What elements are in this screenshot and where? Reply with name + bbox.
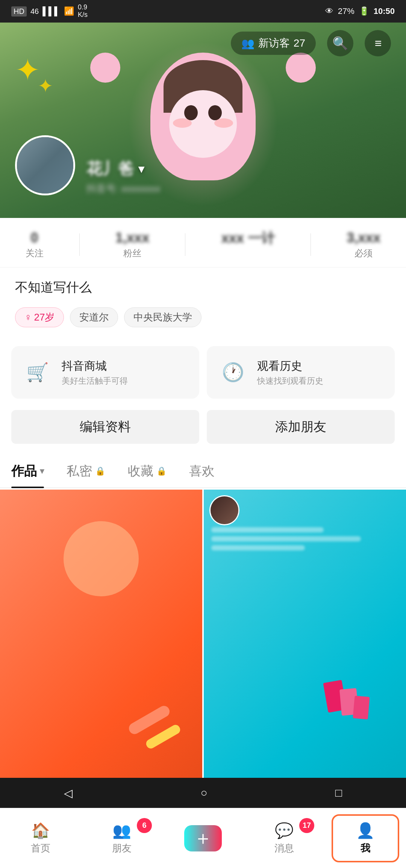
battery-icon: 🔋 [359, 6, 369, 16]
video-item-2[interactable]: ▶ 1+ [204, 490, 406, 804]
add-friend-label: 添加朋友 [275, 418, 326, 436]
school-label: 中央民族大学 [133, 312, 192, 323]
tab-likes-label: 喜欢 [189, 463, 215, 480]
add-friend-button[interactable]: 添加朋友 [207, 410, 395, 444]
signal-icon: ▌▌▌ [42, 6, 60, 16]
wifi-icon: 📶 [64, 6, 74, 16]
eye-icon: 👁 [325, 6, 333, 16]
shop-title: 抖音商城 [62, 358, 128, 374]
stat-followers-label: 粉丝 [123, 247, 141, 259]
plus-icon: ＋ [194, 826, 212, 851]
stat-divider-2 [185, 233, 185, 256]
friends-icon: 👥 [112, 822, 131, 839]
visitor-button[interactable]: 👥 新访客 27 [231, 32, 316, 55]
tab-works-label: 作品 [11, 463, 37, 480]
tab-works[interactable]: 作品 ▾ [11, 455, 44, 487]
history-text: 观看历史 快速找到观看历史 [257, 358, 323, 387]
gender-icon: ♀ [24, 312, 32, 323]
history-subtitle: 快速找到观看历史 [257, 375, 323, 387]
tag-gender-age[interactable]: ♀ 27岁 [15, 307, 64, 327]
video-grid: 草稿 2 ▶ 1+ [0, 488, 406, 806]
tab-private-label: 私密 [67, 463, 92, 480]
plus-button[interactable]: ＋ [184, 825, 222, 851]
age-label: 27岁 [34, 311, 55, 324]
action-buttons: 编辑资料 添加朋友 [0, 410, 406, 455]
stats-row: 0 关注 1,xxx 粉丝 xxx 一计 . 3,xxx 必须 [0, 218, 406, 268]
bottom-nav: 🏠 首页 👥 朋友 6 ＋ 💬 消息 17 👤 我 [0, 808, 406, 868]
bio-text: 不知道写什么 [15, 280, 92, 294]
stat-likes[interactable]: 3,xxx 必须 [347, 230, 380, 259]
cards-row: 🛒 抖音商城 美好生活触手可得 🕐 观看历史 快速找到观看历史 [0, 339, 406, 410]
username-row: 花丿爸 ▾ [86, 158, 391, 179]
tabs-row: 作品 ▾ 私密 🔒 收藏 🔒 喜欢 [0, 455, 406, 488]
system-nav-bar: ◁ ○ □ [0, 778, 406, 808]
nav-me-active-indicator [332, 814, 399, 862]
home-icon: 🏠 [31, 822, 50, 839]
star-decoration-1: ✦ [15, 53, 40, 88]
stat-followers-value: 1,xxx [115, 230, 149, 246]
stat-following-label: 关注 [26, 247, 44, 259]
tab-collection-label: 收藏 [128, 463, 153, 480]
shop-subtitle: 美好生活触手可得 [62, 375, 128, 387]
location-label: 安道尔 [79, 312, 109, 323]
tab-works-arrow: ▾ [40, 466, 44, 476]
history-card[interactable]: 🕐 观看历史 快速找到观看历史 [207, 346, 395, 399]
stat-likes-label: 必须 [354, 247, 373, 259]
stat-likes-value: 3,xxx [347, 230, 380, 246]
menu-icon: ≡ [375, 36, 381, 50]
nav-messages-label: 消息 [274, 842, 294, 855]
battery-percent: 27% [338, 6, 354, 16]
avatar[interactable] [15, 135, 75, 195]
tags-row: ♀ 27岁 安道尔 中央民族大学 [0, 300, 406, 339]
tab-private[interactable]: 私密 🔒 [67, 455, 105, 487]
main-content: 0 关注 1,xxx 粉丝 xxx 一计 . 3,xxx 必须 不知道写什么 ♀… [0, 218, 406, 868]
user-id: 抖音号: xxxxxxxx [86, 182, 391, 195]
recents-button[interactable]: □ [335, 786, 342, 799]
profile-text-area: 花丿爸 ▾ 抖音号: xxxxxxxx [86, 158, 391, 195]
back-button[interactable]: ◁ [64, 786, 73, 800]
stat-followers[interactable]: 1,xxx 粉丝 [115, 230, 149, 259]
shop-icon: 🛒 [23, 357, 53, 387]
tab-likes[interactable]: 喜欢 [189, 455, 215, 487]
tab-collection-lock-icon: 🔒 [156, 466, 167, 476]
search-button[interactable]: 🔍 [327, 30, 353, 56]
nav-friends-label: 朋友 [112, 842, 132, 855]
menu-button[interactable]: ≡ [365, 30, 391, 56]
friends-badge: 6 [137, 818, 152, 833]
star-decoration-2: ✦ [38, 75, 53, 97]
nav-plus[interactable]: ＋ [173, 825, 233, 851]
tab-private-lock-icon: 🔒 [95, 466, 105, 476]
stat-total-value: xxx 一计 [221, 229, 275, 248]
shop-card[interactable]: 🛒 抖音商城 美好生活触手可得 [11, 346, 199, 399]
stat-following[interactable]: 0 关注 [26, 230, 44, 259]
nav-home[interactable]: 🏠 首页 [11, 822, 71, 855]
edit-profile-label: 编辑资料 [80, 418, 131, 436]
hd-icon: HD [11, 6, 27, 17]
top-actions: 👥 新访客 27 🔍 ≡ [0, 30, 406, 56]
tag-location[interactable]: 安道尔 [70, 307, 118, 327]
nav-messages[interactable]: 💬 消息 17 [254, 822, 314, 855]
video-item-1[interactable]: 草稿 2 [0, 490, 202, 804]
message-icon: 💬 [275, 822, 294, 839]
bio-section: 不知道写什么 [0, 268, 406, 300]
history-title: 观看历史 [257, 358, 323, 374]
home-sys-button[interactable]: ○ [200, 786, 207, 799]
stat-total[interactable]: xxx 一计 . [221, 229, 275, 260]
visitor-label: 新访客 [258, 36, 290, 50]
tab-collection[interactable]: 收藏 🔒 [128, 455, 167, 487]
stat-following-value: 0 [31, 230, 38, 246]
shop-text: 抖音商城 美好生活触手可得 [62, 358, 128, 387]
history-icon: 🕐 [218, 357, 248, 387]
status-bar-left: HD 46 ▌▌▌ 📶 0.9K/s [11, 4, 88, 19]
search-icon: 🔍 [332, 36, 348, 51]
edit-profile-button[interactable]: 编辑资料 [11, 410, 199, 444]
nav-me[interactable]: 👤 我 [335, 822, 395, 855]
status-bar: HD 46 ▌▌▌ 📶 0.9K/s 👁 27% 🔋 10:50 [0, 0, 406, 23]
time-display: 10:50 [374, 6, 395, 16]
tag-school[interactable]: 中央民族大学 [124, 307, 201, 327]
nav-friends[interactable]: 👥 朋友 6 [92, 822, 152, 855]
visitor-count: 27 [294, 37, 305, 49]
status-bar-right: 👁 27% 🔋 10:50 [325, 6, 395, 16]
visitor-icon: 👥 [241, 37, 255, 50]
username-dropdown-icon[interactable]: ▾ [138, 162, 144, 175]
